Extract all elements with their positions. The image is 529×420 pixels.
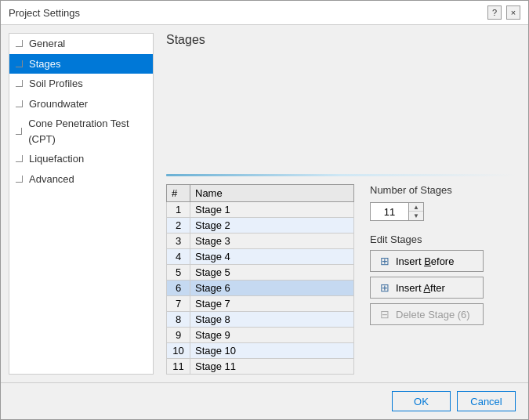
sidebar-item-advanced[interactable]: Advanced <box>9 169 153 190</box>
table-row[interactable]: 1Stage 1 <box>167 202 354 218</box>
table-cell-name: Stage 6 <box>190 281 354 296</box>
main-content: Stages # Name 1Stage 12Stage 23Stage 34S… <box>154 25 528 382</box>
insert-before-label: Insert Before <box>396 255 454 267</box>
sidebar-item-groundwater[interactable]: Groundwater <box>9 94 153 114</box>
table-row[interactable]: 4Stage 4 <box>167 249 354 265</box>
table-cell-name: Stage 5 <box>190 265 354 281</box>
table-row[interactable]: 2Stage 2 <box>167 218 354 234</box>
table-row[interactable]: 3Stage 3 <box>167 234 354 249</box>
insert-after-label: Insert After <box>396 282 445 294</box>
table-cell-num: 8 <box>167 312 190 328</box>
cancel-button[interactable]: Cancel <box>457 391 516 411</box>
table-row[interactable]: 8Stage 8 <box>167 312 354 328</box>
spinner-down-button[interactable]: ▼ <box>409 212 423 220</box>
table-row[interactable]: 5Stage 5 <box>167 265 354 281</box>
table-cell-name: Stage 4 <box>190 249 354 265</box>
table-cell-num: 10 <box>167 343 190 359</box>
table-cell-name: Stage 1 <box>190 202 354 218</box>
delete-stage-button[interactable]: ⊟ Delete Stage (6) <box>370 303 484 325</box>
table-cell-num: 5 <box>167 265 190 281</box>
table-cell-num: 2 <box>167 218 190 234</box>
title-bar-buttons: ? × <box>487 5 520 20</box>
table-row[interactable]: 10Stage 10 <box>167 343 354 359</box>
table-cell-num: 1 <box>167 202 190 218</box>
insert-before-button[interactable]: ⊞ Insert Before <box>370 250 484 272</box>
footer: OK Cancel <box>1 382 528 419</box>
insert-after-button[interactable]: ⊞ Insert After <box>370 277 484 299</box>
table-row[interactable]: 9Stage 9 <box>167 328 354 343</box>
table-cell-name: Stage 2 <box>190 218 354 234</box>
table-cell-name: Stage 9 <box>190 328 354 343</box>
sidebar-item-stages[interactable]: Stages <box>9 54 153 74</box>
col-header-name: Name <box>190 185 354 202</box>
stages-table-wrap: # Name 1Stage 12Stage 23Stage 34Stage 45… <box>166 184 354 375</box>
num-stages-section: Number of Stages ▲ ▼ <box>370 184 516 221</box>
right-panel: Number of Stages ▲ ▼ Edit Stages ⊞ <box>370 184 516 375</box>
edit-stages-label: Edit Stages <box>370 234 516 245</box>
table-cell-name: Stage 3 <box>190 234 354 249</box>
table-row[interactable]: 11Stage 11 <box>167 359 354 375</box>
sidebar: GeneralStagesSoil ProfilesGroundwaterCon… <box>9 33 154 375</box>
section-title: Stages <box>166 33 516 174</box>
table-cell-name: Stage 8 <box>190 312 354 328</box>
spinner-arrows: ▲ ▼ <box>409 202 424 221</box>
table-row[interactable]: 7Stage 7 <box>167 296 354 312</box>
help-button[interactable]: ? <box>487 5 502 20</box>
table-cell-name: Stage 11 <box>190 359 354 375</box>
table-cell-num: 4 <box>167 249 190 265</box>
table-cell-num: 7 <box>167 296 190 312</box>
dialog-body: GeneralStagesSoil ProfilesGroundwaterCon… <box>1 25 528 382</box>
num-stages-label: Number of Stages <box>370 184 516 196</box>
sidebar-item-liquefaction[interactable]: Liquefaction <box>9 149 153 169</box>
sidebar-item-cone-penetration[interactable]: Cone Penetration Test (CPT) <box>9 114 153 149</box>
table-cell-name: Stage 7 <box>190 296 354 312</box>
col-header-num: # <box>167 185 190 202</box>
table-cell-name: Stage 10 <box>190 343 354 359</box>
title-bar: Project Settings ? × <box>1 1 528 25</box>
sidebar-item-general[interactable]: General <box>9 34 153 54</box>
delete-stage-icon: ⊟ <box>379 308 391 320</box>
delete-stage-label: Delete Stage (6) <box>396 309 470 320</box>
table-cell-num: 6 <box>167 281 190 296</box>
spinner-up-button[interactable]: ▲ <box>409 203 423 212</box>
insert-after-icon: ⊞ <box>379 281 391 294</box>
section-title-bar <box>166 174 516 176</box>
table-cell-num: 3 <box>167 234 190 249</box>
dialog-title: Project Settings <box>9 7 80 19</box>
sidebar-item-soil-profiles[interactable]: Soil Profiles <box>9 74 153 94</box>
close-button[interactable]: × <box>506 5 520 20</box>
num-stages-input[interactable] <box>370 202 409 221</box>
table-row[interactable]: 6Stage 6 <box>167 281 354 296</box>
num-stages-spinner: ▲ ▼ <box>370 202 516 221</box>
table-cell-num: 9 <box>167 328 190 343</box>
content-area: # Name 1Stage 12Stage 23Stage 34Stage 45… <box>166 184 516 375</box>
ok-button[interactable]: OK <box>392 391 451 411</box>
edit-stages-section: Edit Stages ⊞ Insert Before ⊞ Insert Aft… <box>370 234 516 325</box>
stages-table: # Name 1Stage 12Stage 23Stage 34Stage 45… <box>166 184 354 375</box>
insert-before-icon: ⊞ <box>379 255 391 267</box>
project-settings-dialog: Project Settings ? × GeneralStagesSoil P… <box>0 0 529 420</box>
table-cell-num: 11 <box>167 359 190 375</box>
